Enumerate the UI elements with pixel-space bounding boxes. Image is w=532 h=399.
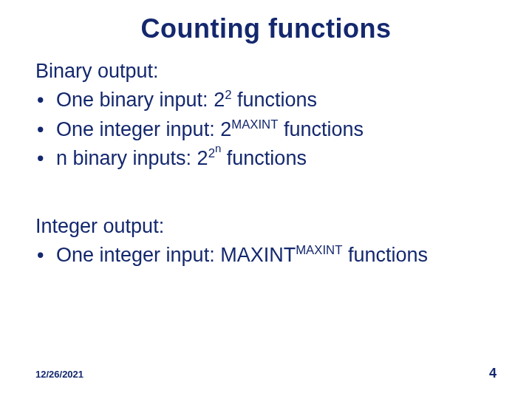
bullet-icon: •: [37, 241, 44, 270]
bullet-icon: •: [37, 115, 44, 144]
item-base: MAXINT: [220, 244, 296, 266]
item-base: 2: [214, 89, 225, 111]
section-heading-binary: Binary output:: [35, 58, 497, 84]
item-prefix: One binary input:: [56, 89, 214, 111]
bullet-list-binary: • One binary input: 22 functions • One i…: [35, 86, 497, 172]
item-suffix: functions: [342, 244, 428, 266]
exp-base: 2: [208, 146, 215, 160]
bullet-icon: •: [37, 86, 44, 115]
item-base: 2: [197, 147, 208, 169]
item-exponent: MAXINT: [296, 243, 342, 257]
spacer: [35, 173, 497, 213]
list-item: • One integer input: 2MAXINT functions: [35, 115, 497, 144]
slide-title: Counting functions: [35, 13, 497, 44]
bullet-list-integer: • One integer input: MAXINTMAXINT functi…: [35, 241, 497, 270]
bullet-icon: •: [37, 144, 44, 173]
list-item: • n binary inputs: 22n functions: [35, 144, 497, 173]
item-prefix: One integer input:: [56, 118, 220, 140]
item-prefix: n binary inputs:: [56, 147, 197, 169]
list-item: • One binary input: 22 functions: [35, 86, 497, 115]
slide: Counting functions Binary output: • One …: [0, 0, 532, 399]
list-item: • One integer input: MAXINTMAXINT functi…: [35, 241, 497, 270]
footer-date: 12/26/2021: [35, 369, 83, 380]
item-base: 2: [220, 118, 231, 140]
footer-page-number: 4: [489, 366, 497, 381]
item-exponent: 2n: [208, 146, 222, 160]
item-exponent: MAXINT: [231, 117, 278, 132]
item-suffix: functions: [221, 147, 307, 169]
item-prefix: One integer input:: [56, 244, 220, 266]
slide-footer: 12/26/2021 4: [35, 366, 497, 381]
section-heading-integer: Integer output:: [35, 213, 497, 239]
item-suffix: functions: [278, 118, 364, 140]
item-suffix: functions: [231, 89, 317, 111]
